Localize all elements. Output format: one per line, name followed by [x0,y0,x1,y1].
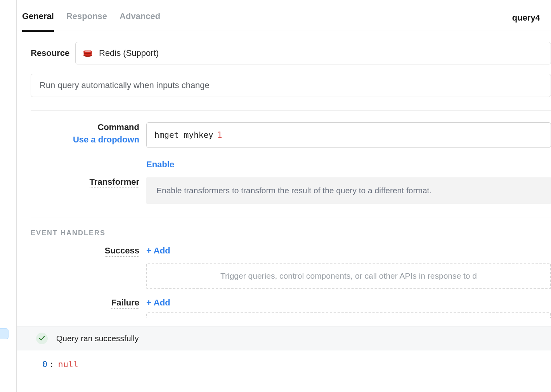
result-value: null [58,359,79,369]
success-label: Success [105,246,139,257]
result-output: 0:null [17,353,551,369]
command-text: hmget myhkey [154,130,213,140]
general-content: Resource Redis ( [17,31,551,318]
event-handlers-title: Event Handlers [31,229,551,237]
left-edge-tag [0,328,9,339]
success-row: Success + Add Trigger queries, control c… [31,246,551,289]
transformer-enable-link[interactable]: Enable [146,160,174,169]
query-name[interactable]: query4 [512,13,542,23]
success-placeholder-text: Trigger queries, control components, or … [220,271,477,281]
redis-icon [83,49,93,57]
use-dropdown-link[interactable]: Use a dropdown [31,135,139,145]
check-icon [36,333,48,344]
svg-point-4 [85,50,91,52]
divider-2 [31,217,551,217]
success-placeholder: Trigger queries, control components, or … [146,263,551,289]
failure-row: Failure + Add [31,298,551,318]
failure-placeholder-stub [146,312,551,318]
resource-label: Resource [31,48,75,58]
resource-row: Resource Redis ( [31,42,551,64]
run-mode-value: Run query automatically when inputs chan… [40,80,210,90]
tab-advanced[interactable]: Advanced [120,4,166,31]
tab-general[interactable]: General [22,4,60,31]
divider [31,110,551,111]
resource-select[interactable]: Redis (Support) [75,42,551,64]
status-message: Query ran successfully [56,334,139,343]
query-editor-panel: General Response Advanced query4 Resourc… [16,0,551,392]
command-label: Command [31,122,139,132]
command-row: Command Use a dropdown hmget myhkey 1 [31,122,551,148]
plus-icon: + [146,246,151,256]
failure-add-label: Add [154,298,170,308]
status-bar: Query ran successfully [17,326,551,350]
resource-selected-value: Redis (Support) [99,48,159,58]
plus-icon: + [146,298,151,308]
tab-response[interactable]: Response [66,4,113,31]
failure-add-button[interactable]: + Add [146,298,170,308]
result-index: 0 [42,359,47,369]
success-add-button[interactable]: + Add [146,246,170,256]
failure-label: Failure [111,298,139,309]
run-mode-select[interactable]: Run query automatically when inputs chan… [31,74,551,97]
tab-bar: General Response Advanced query4 [17,0,551,31]
transformer-row: Transformer Enable Enable transformers t… [31,160,551,204]
result-colon: : [47,359,55,369]
command-input[interactable]: hmget myhkey 1 [146,122,551,148]
command-arg: 1 [217,130,222,140]
transformer-label: Transformer [90,177,139,188]
success-add-label: Add [154,246,170,256]
transformer-help: Enable transformers to transform the res… [146,177,551,204]
